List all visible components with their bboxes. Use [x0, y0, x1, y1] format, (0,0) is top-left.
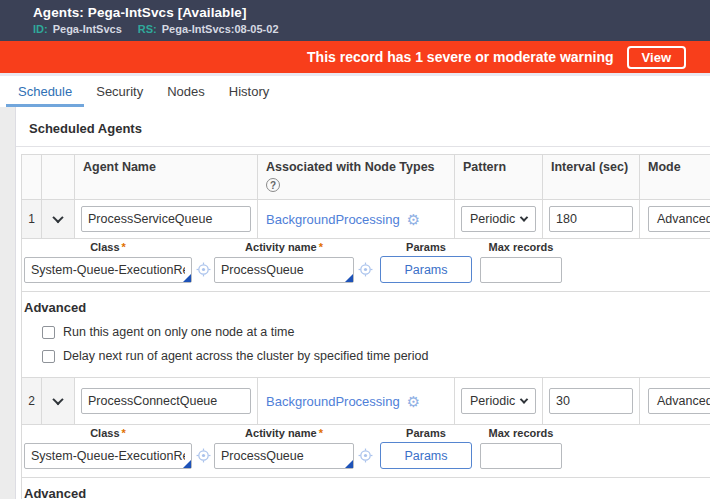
view-warnings-button[interactable]: View [627, 46, 686, 69]
rs-value: Pega-IntSvcs:08-05-02 [162, 23, 279, 35]
node-type-cell: BackgroundProcessing ⚙ [258, 200, 455, 238]
row-expander[interactable] [42, 200, 75, 238]
warning-text: This record has 1 severe or moderate war… [307, 49, 614, 65]
gear-icon[interactable]: ⚙ [407, 212, 420, 227]
activity-label: Activity name* [214, 427, 354, 440]
advanced-heading: Advanced [24, 486, 710, 499]
col-row-number [22, 155, 42, 199]
max-records-label: Max records [480, 427, 562, 440]
checkbox-row: Delay next run of agent across the clust… [42, 349, 710, 363]
col-mode: Mode [640, 155, 710, 199]
params-button[interactable]: Params [380, 256, 472, 283]
delay-next-run-checkbox[interactable] [42, 350, 55, 363]
agent-row-1: 1 BackgroundProcessing ⚙ Periodic [21, 200, 710, 239]
chevron-down-icon [520, 395, 528, 403]
chevron-down-icon [52, 394, 63, 405]
detail-labels: Class* Activity name* Params Max records [22, 427, 710, 440]
record-subtitle: ID:Pega-IntSvcsRS:Pega-IntSvcs:08-05-02 [33, 23, 710, 35]
checkbox-label: Delay next run of agent across the clust… [63, 349, 428, 363]
required-marker: * [319, 427, 323, 439]
chevron-down-icon [52, 212, 63, 223]
col-node-types: Associated with Node Types ? [258, 155, 455, 199]
tab-nodes[interactable]: Nodes [155, 76, 217, 107]
agent-row-1-advanced: Advanced Run this agent on only one node… [21, 292, 710, 378]
tab-security[interactable]: Security [84, 76, 155, 107]
params-label: Params [380, 241, 472, 254]
agent-name-cell [75, 378, 258, 424]
pattern-cell: Periodic [455, 200, 543, 238]
agent-row-2-advanced: Advanced [21, 478, 710, 499]
col-agent-name: Agent Name [75, 155, 258, 199]
pattern-value: Periodic [470, 394, 515, 408]
params-label: Params [380, 427, 472, 440]
target-icon[interactable] [358, 262, 373, 277]
row-expander[interactable] [42, 378, 75, 424]
pattern-cell: Periodic [455, 378, 543, 424]
col-interval: Interval (sec) [543, 155, 640, 199]
mode-cell: Advanced [640, 200, 710, 238]
node-type-link[interactable]: BackgroundProcessing [266, 394, 400, 409]
detail-fields: Params [22, 256, 710, 283]
main-content: Scheduled Agents Agent Name Associated w… [0, 107, 710, 499]
class-label: Class* [24, 427, 192, 440]
pattern-select[interactable]: Periodic [461, 206, 536, 232]
interval-cell [543, 378, 640, 424]
row-number: 2 [22, 378, 42, 424]
id-label: ID: [33, 23, 48, 35]
row-number: 1 [22, 200, 42, 238]
mode-select[interactable]: Advanced [648, 388, 710, 414]
tab-history[interactable]: History [217, 76, 281, 107]
help-icon[interactable]: ? [266, 178, 280, 192]
pattern-select[interactable]: Periodic [461, 388, 536, 414]
left-gutter [0, 107, 15, 499]
pattern-value: Periodic [470, 212, 515, 226]
mode-cell: Advanced [640, 378, 710, 424]
record-title: Agents: Pega-IntSvcs [Available] [33, 5, 710, 20]
agent-row-2: 2 BackgroundProcessing ⚙ Periodic [21, 378, 710, 425]
mode-select[interactable]: Advanced [648, 206, 710, 232]
max-records-input[interactable] [480, 257, 562, 283]
activity-input[interactable] [214, 257, 354, 283]
activity-input[interactable] [214, 443, 354, 469]
advanced-heading: Advanced [24, 300, 710, 315]
checkbox-label: Run this agent on only one node at a tim… [63, 325, 294, 339]
detail-labels: Class* Activity name* Params Max records [22, 241, 710, 254]
col-node-types-label: Associated with Node Types [266, 160, 435, 174]
table-header-row: Agent Name Associated with Node Types ? … [21, 154, 710, 200]
gear-icon[interactable]: ⚙ [407, 394, 420, 409]
class-input[interactable] [24, 443, 192, 469]
agent-name-input[interactable] [81, 206, 251, 232]
agent-row-2-detail: Class* Activity name* Params Max records… [21, 425, 710, 478]
section-divider [16, 146, 710, 147]
target-icon[interactable] [196, 262, 211, 277]
col-expander [42, 155, 75, 199]
scheduled-agents-section: Scheduled Agents Agent Name Associated w… [15, 107, 710, 499]
node-type-cell: BackgroundProcessing ⚙ [258, 378, 455, 424]
col-pattern: Pattern [455, 155, 543, 199]
rs-label: RS: [138, 23, 157, 35]
interval-input[interactable] [549, 206, 633, 232]
params-button[interactable]: Params [380, 442, 472, 469]
target-icon[interactable] [358, 448, 373, 463]
class-input[interactable] [24, 257, 192, 283]
required-marker: * [122, 241, 126, 253]
warning-banner: This record has 1 severe or moderate war… [0, 41, 710, 73]
interval-input[interactable] [549, 388, 633, 414]
tab-bar: Schedule Security Nodes History [0, 76, 710, 107]
checkbox-row: Run this agent on only one node at a tim… [42, 325, 710, 339]
run-one-node-checkbox[interactable] [42, 326, 55, 339]
id-value: Pega-IntSvcs [53, 23, 122, 35]
agent-name-cell [75, 200, 258, 238]
interval-cell [543, 200, 640, 238]
class-label: Class* [24, 241, 192, 254]
max-records-input[interactable] [480, 443, 562, 469]
chevron-down-icon [520, 213, 528, 221]
max-records-label: Max records [480, 241, 562, 254]
mode-value: Advanced [657, 212, 710, 226]
target-icon[interactable] [196, 448, 211, 463]
tab-schedule[interactable]: Schedule [6, 76, 84, 107]
agent-name-input[interactable] [81, 388, 251, 414]
node-type-link[interactable]: BackgroundProcessing [266, 212, 400, 227]
activity-label: Activity name* [214, 241, 354, 254]
agents-table: Agent Name Associated with Node Types ? … [21, 154, 710, 499]
